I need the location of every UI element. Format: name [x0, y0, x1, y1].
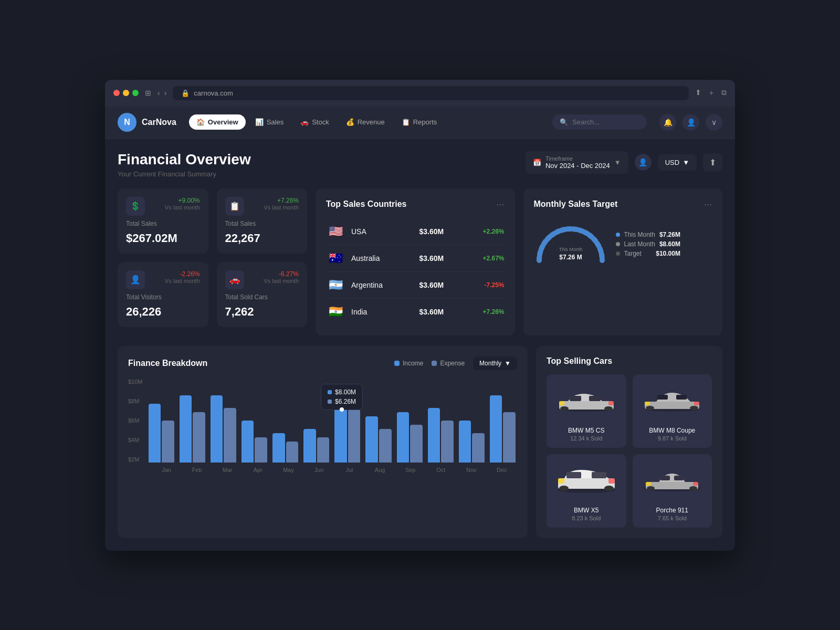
expense-bar-dec[interactable]: [503, 412, 516, 463]
fullscreen-button[interactable]: [132, 90, 139, 96]
legend-last-month: Last Month $8.60M: [616, 240, 680, 248]
expense-bar-jun[interactable]: [317, 437, 330, 463]
bottom-row: Finance Breakdown Income Expense: [118, 346, 722, 538]
income-bar-oct[interactable]: [428, 408, 440, 463]
income-label: Income: [403, 360, 423, 367]
svg-rect-14: [657, 395, 668, 400]
sidebar-toggle-icon[interactable]: ⊞: [145, 89, 151, 97]
income-bar-jul[interactable]: [334, 395, 347, 463]
address-bar[interactable]: 🔒 carnova.com: [173, 86, 689, 100]
nav-item-revenue[interactable]: 💰 Revenue: [339, 114, 392, 130]
nav-item-sales[interactable]: 📊 Sales: [248, 114, 291, 130]
countries-card-header: Top Sales Countries ···: [326, 199, 505, 210]
income-bar-nov[interactable]: [459, 421, 471, 463]
income-bar-apr[interactable]: [242, 421, 254, 463]
header-controls: 📅 Timeframe Nov 2024 - Dec 2024 ▼ 👤 USD …: [526, 151, 722, 174]
navbar: N CarNova 🏠 Overview 📊 Sales 🚗 Stock: [105, 107, 735, 139]
expense-bar-oct[interactable]: [441, 421, 454, 463]
income-bar-jun[interactable]: [303, 429, 316, 463]
svg-rect-6: [570, 396, 581, 401]
expense-bar-jul[interactable]: [348, 410, 361, 463]
bar-group-may: [271, 433, 300, 463]
nav-item-stock[interactable]: 🚗 Stock: [293, 114, 337, 130]
search-bar[interactable]: 🔍: [552, 114, 647, 130]
expense-legend-icon: [432, 361, 437, 366]
x-label-may: May: [273, 467, 303, 473]
currency-selector[interactable]: USD ▼: [658, 154, 697, 171]
sold-cars-change-sub: Vs last month: [264, 278, 299, 284]
sold-cars-change: -6.27%: [264, 270, 299, 278]
expense-bar-aug[interactable]: [379, 429, 392, 463]
x-label-jun: Jun: [303, 467, 334, 473]
svg-rect-29: [689, 486, 697, 490]
page-title: Financial Overview: [118, 151, 251, 168]
user-profile-button[interactable]: 👤: [682, 114, 699, 131]
income-bar-dec[interactable]: [490, 395, 502, 463]
notifications-button[interactable]: 🔔: [659, 114, 676, 131]
countries-list: 🇺🇸 USA $3.60M +2.26% 🇦🇺 Australia $3.60M…: [326, 218, 505, 325]
new-tab-icon[interactable]: ＋: [708, 88, 715, 98]
countries-more-button[interactable]: ···: [496, 199, 504, 210]
country-change-india: +7.26%: [468, 308, 505, 316]
nav-item-reports[interactable]: 📋 Reports: [394, 114, 445, 130]
total-sales-usd-change: +9.00%: [165, 197, 200, 204]
flag-india: 🇮🇳: [326, 305, 345, 319]
search-icon: 🔍: [560, 118, 568, 126]
period-selector[interactable]: Monthly ▼: [473, 356, 517, 370]
timeframe-label: Timeframe: [545, 155, 610, 162]
total-sales-count-change: +7.26%: [264, 197, 299, 204]
chart-main: $10M $8M $6M $4M $2M: [128, 379, 517, 463]
finance-chart: $10M $8M $6M $4M $2M: [128, 379, 517, 473]
income-bar-mar[interactable]: [211, 395, 223, 463]
income-bar-aug[interactable]: [365, 416, 378, 463]
tabs-icon[interactable]: ⧉: [721, 88, 727, 98]
share-icon[interactable]: ⬆: [695, 88, 701, 98]
dropdown-chevron[interactable]: ∨: [706, 114, 722, 131]
user-header-icon[interactable]: 👤: [635, 154, 652, 171]
expense-bar-apr[interactable]: [255, 437, 267, 463]
back-icon[interactable]: ‹: [158, 89, 160, 97]
x-label-jan: Jan: [151, 467, 182, 473]
nav-item-overview[interactable]: 🏠 Overview: [189, 114, 246, 130]
x-label-oct: Oct: [426, 467, 456, 473]
car-card-porche-911: Porche 911 7.65 k Sold: [633, 454, 712, 528]
timeframe-picker[interactable]: 📅 Timeframe Nov 2024 - Dec 2024 ▼: [526, 151, 628, 174]
country-change-australia: +2.67%: [468, 255, 505, 262]
stat-card-sold-cars: 🚗 -6.27% Vs last month Total Sold Cars 7…: [217, 262, 308, 327]
expense-bar-feb[interactable]: [193, 412, 205, 463]
export-button[interactable]: ⬆: [703, 153, 722, 172]
target-dot: [616, 251, 620, 256]
browser-actions: ⬆ ＋ ⧉: [695, 88, 727, 98]
car-svg-porche-911: [640, 468, 704, 495]
visitors-icon: 👤: [126, 270, 145, 289]
income-bar-feb[interactable]: [180, 395, 192, 463]
y-label-8m: $8M: [128, 398, 143, 404]
expense-bar-sep[interactable]: [410, 425, 423, 463]
expense-bar-nov[interactable]: [472, 433, 485, 463]
search-input[interactable]: [572, 118, 639, 126]
x-label-dec: Dec: [487, 467, 517, 473]
target-more-button[interactable]: ···: [704, 199, 712, 210]
period-label: Monthly: [479, 360, 501, 367]
flag-argentina: 🇦🇷: [326, 278, 345, 292]
y-label-6m: $6M: [128, 417, 143, 424]
expense-label: Expense: [440, 360, 465, 367]
country-row-argentina: 🇦🇷 Argentina $3.60M -7.25%: [326, 272, 505, 299]
income-bar-may[interactable]: [272, 433, 285, 463]
app: N CarNova 🏠 Overview 📊 Sales 🚗 Stock: [105, 107, 735, 551]
main-content: Financial Overview Your Current Financia…: [105, 139, 735, 551]
browser-nav[interactable]: ⊞: [145, 89, 151, 97]
forward-icon[interactable]: ›: [164, 89, 167, 97]
expense-bar-jan[interactable]: [162, 421, 174, 463]
country-value-australia: $3.60M: [419, 254, 461, 262]
close-button[interactable]: [113, 90, 120, 96]
income-legend-icon: [394, 361, 400, 366]
expense-bar-may[interactable]: [286, 442, 299, 463]
top-row: 💲 +9.00% Vs last month Total Sales $267.…: [118, 188, 722, 335]
minimize-button[interactable]: [123, 90, 129, 96]
income-bar-jan[interactable]: [149, 404, 161, 463]
expense-bar-mar[interactable]: [224, 408, 236, 463]
income-bar-sep[interactable]: [397, 412, 410, 463]
svg-rect-33: [693, 482, 698, 486]
reports-icon: 📋: [402, 118, 410, 126]
